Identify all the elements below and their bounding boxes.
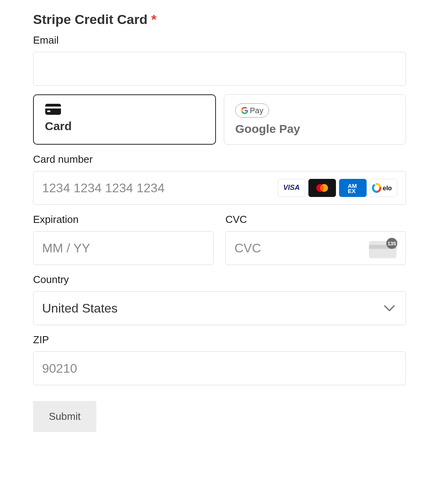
amex-badge: AM EX bbox=[339, 179, 367, 197]
svg-text:elo: elo bbox=[383, 185, 392, 191]
svg-text:135: 135 bbox=[387, 241, 396, 246]
zip-input[interactable] bbox=[33, 351, 406, 385]
cvc-hint-icon: 135 bbox=[369, 238, 399, 258]
visa-badge: VISA bbox=[278, 179, 305, 197]
payment-method-googlepay[interactable]: Pay Google Pay bbox=[224, 94, 406, 145]
credit-card-icon bbox=[45, 104, 61, 115]
google-g-icon bbox=[241, 107, 248, 114]
submit-button[interactable]: Submit bbox=[33, 401, 96, 432]
gpay-text: Pay bbox=[250, 106, 263, 115]
elo-badge: elo bbox=[370, 179, 397, 197]
country-select[interactable]: United States bbox=[33, 291, 406, 325]
mastercard-badge bbox=[308, 179, 336, 197]
gpay-pill: Pay bbox=[235, 103, 269, 118]
googlepay-method-label: Google Pay bbox=[235, 122, 395, 136]
heading-text: Stripe Credit Card bbox=[33, 12, 148, 27]
card-method-label: Card bbox=[45, 120, 204, 133]
svg-rect-1 bbox=[45, 107, 61, 109]
expiration-input[interactable] bbox=[33, 231, 214, 265]
svg-rect-2 bbox=[47, 110, 50, 112]
svg-text:EX: EX bbox=[348, 188, 356, 194]
country-label: Country bbox=[33, 274, 406, 286]
expiration-label: Expiration bbox=[33, 213, 214, 226]
svg-text:VISA: VISA bbox=[283, 184, 300, 191]
payment-method-card[interactable]: Card bbox=[33, 94, 216, 145]
cardnumber-label: Card number bbox=[33, 153, 406, 166]
form-heading: Stripe Credit Card * bbox=[33, 12, 406, 27]
card-brand-row: VISA AM EX elo bbox=[278, 179, 397, 197]
email-input[interactable] bbox=[33, 52, 406, 86]
email-label: Email bbox=[33, 34, 406, 46]
zip-label: ZIP bbox=[33, 334, 406, 346]
cvc-label: CVC bbox=[225, 213, 406, 226]
svg-rect-0 bbox=[45, 104, 61, 115]
required-asterisk: * bbox=[151, 12, 156, 27]
